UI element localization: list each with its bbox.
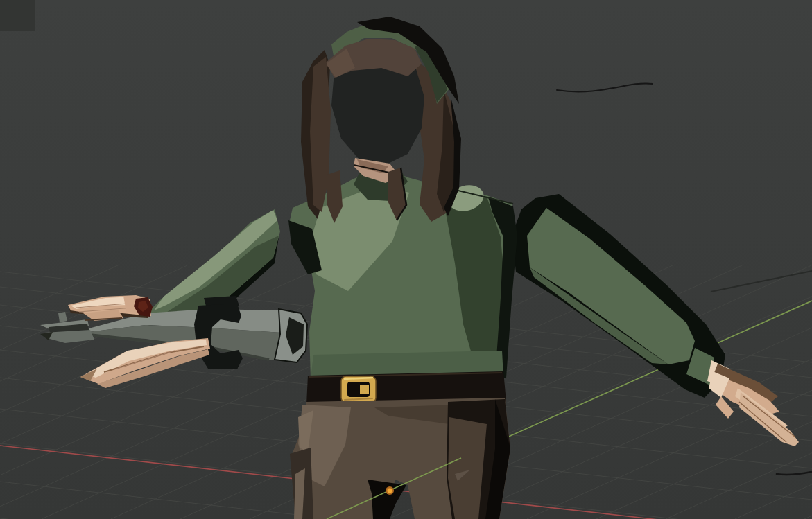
origin-point[interactable]	[388, 489, 392, 493]
corner-shade	[0, 0, 35, 31]
viewport-canvas[interactable]	[0, 0, 812, 519]
buckle-tab	[360, 385, 369, 394]
viewport-3d[interactable]	[0, 0, 812, 519]
